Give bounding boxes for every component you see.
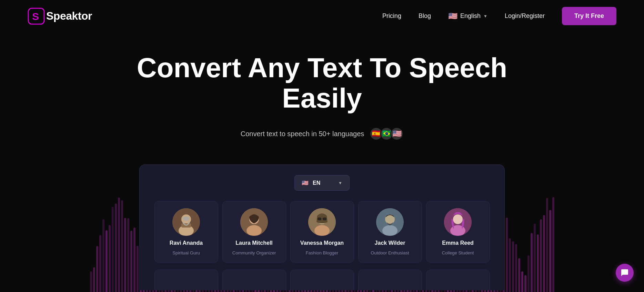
logo-text: Speaktor — [46, 10, 92, 22]
svg-rect-14 — [323, 218, 326, 220]
hero-section: Convert Any Text To Speech Easily Conver… — [0, 32, 644, 151]
app-lang-text: EN — [313, 180, 320, 186]
avatar-jack — [376, 208, 404, 236]
voice-card-emma[interactable]: Emma ReedCollege Student — [426, 201, 490, 263]
logo[interactable]: S Speaktor — [28, 8, 92, 25]
avatar-ravi — [172, 208, 200, 236]
app-chevron-icon: ▼ — [338, 181, 342, 185]
voice-role-ravi: Spiritual Guru — [172, 250, 200, 255]
voice-card-partial — [222, 270, 286, 290]
voice-role-jack: Outdoor Enthusiast — [371, 250, 409, 255]
hero-subtitle-text: Convert text to speech in 50+ languages — [241, 130, 364, 138]
voice-card-vanessa[interactable]: Vanessa MorganFashion Blogger — [290, 201, 354, 263]
language-flags: 🇪🇸 🇧🇷 🇺🇸 — [370, 127, 403, 140]
blog-link[interactable]: Blog — [419, 12, 431, 20]
try-it-free-button[interactable]: Try It Free — [562, 7, 616, 25]
svg-point-18 — [382, 225, 398, 236]
voice-role-laura: Community Organizer — [232, 250, 276, 255]
voice-card-jack[interactable]: Jack WilderOutdoor Enthusiast — [358, 201, 422, 263]
svg-point-6 — [183, 217, 190, 221]
voices-grid: Ravi AnandaSpiritual Guru Laura Mitchell… — [147, 201, 497, 266]
avatar-laura — [240, 208, 268, 236]
voice-name-emma: Emma Reed — [442, 240, 474, 246]
voice-card-laura[interactable]: Laura MitchellCommunity Organizer — [222, 201, 286, 263]
hero-title: Convert Any Text To Speech Easily — [132, 53, 512, 113]
voice-card-partial — [290, 270, 354, 290]
voice-card-ravi[interactable]: Ravi AnandaSpiritual Guru — [154, 201, 218, 263]
navbar: S Speaktor Pricing Blog 🇺🇸 English ▼ Log… — [0, 0, 644, 32]
svg-rect-13 — [318, 218, 321, 220]
hero-subtitle: Convert text to speech in 50+ languages … — [0, 127, 644, 140]
flag-usa: 🇺🇸 — [390, 127, 403, 140]
svg-text:S: S — [32, 11, 39, 22]
voice-card-partial — [154, 270, 218, 290]
voice-role-vanessa: Fashion Blogger — [306, 250, 339, 255]
language-selector[interactable]: 🇺🇸 English ▼ — [448, 12, 487, 21]
voice-card-partial — [426, 270, 490, 290]
login-register-link[interactable]: Login/Register — [505, 12, 545, 20]
svg-point-9 — [246, 225, 262, 236]
voices-grid-partial — [147, 270, 497, 290]
pricing-link[interactable]: Pricing — [382, 12, 401, 20]
avatar-emma — [444, 208, 472, 236]
app-mockup: 🇺🇸 EN ▼ Ravi AnandaSpiritual Guru Laura … — [139, 164, 505, 290]
voice-name-vanessa: Vanessa Morgan — [300, 240, 344, 246]
voice-name-jack: Jack Wilder — [375, 240, 405, 246]
avatar-vanessa — [308, 208, 336, 236]
nav-links: Pricing Blog 🇺🇸 English ▼ Login/Register… — [382, 7, 616, 25]
lang-flag-icon: 🇺🇸 — [448, 12, 457, 21]
svg-point-12 — [314, 225, 330, 236]
app-lang-dropdown[interactable]: 🇺🇸 EN ▼ — [294, 175, 350, 191]
chevron-down-icon: ▼ — [483, 14, 487, 19]
voice-name-laura: Laura Mitchell — [235, 240, 273, 246]
chat-icon — [621, 269, 629, 277]
logo-icon: S — [28, 8, 45, 25]
voice-card-partial — [358, 270, 422, 290]
lang-label: English — [460, 12, 481, 20]
voice-name-ravi: Ravi Ananda — [170, 240, 203, 246]
svg-point-20 — [453, 214, 463, 224]
app-flag-icon: 🇺🇸 — [302, 180, 309, 186]
chat-widget[interactable] — [616, 264, 634, 282]
voice-role-emma: College Student — [442, 250, 474, 255]
